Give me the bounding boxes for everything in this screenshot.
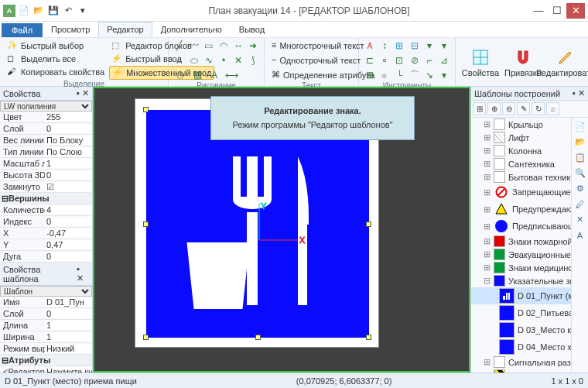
resize-handle[interactable] [366, 221, 371, 227]
template-select[interactable]: Шаблон [0, 286, 92, 297]
tree-node[interactable]: ⊞Лифт [471, 131, 571, 144]
circle-icon[interactable]: ○ [173, 54, 185, 67]
tool-icon[interactable]: ⊞ [364, 69, 375, 81]
copy-props-button[interactable]: 🖌Копировать свойства [5, 66, 107, 78]
tree-node[interactable]: ⊞Сантехника [471, 157, 571, 170]
tool-icon[interactable]: ⚙ [573, 182, 586, 195]
property-grid[interactable]: Количество4Индекс0X-0,47Y0,47Дуга0 [0, 204, 92, 263]
property-grid[interactable]: Цвет255Слой0Вес линииПо БлокуТип линииПо… [0, 112, 92, 193]
mtext-button[interactable]: ≡Многострочный текст [269, 39, 354, 52]
select-all-button[interactable]: ◻Выделить все [5, 53, 107, 65]
tree-node[interactable]: D 01_Пункт (место) [471, 287, 571, 304]
tool-icon[interactable]: 🖊 [573, 197, 586, 211]
arrow-icon[interactable]: ➜ [248, 39, 259, 52]
tree-node[interactable]: D 03_Место курения [471, 321, 571, 338]
tool-icon[interactable]: ✎ [517, 102, 530, 115]
tree-node[interactable]: ⊞Бытовая техника [471, 170, 571, 184]
tree-node[interactable]: ⊞Предупреждающие знаки [471, 201, 571, 218]
tree-node[interactable]: D 02_Питьевая вода [471, 304, 571, 321]
tree-node[interactable]: ⊞Крыльцо [471, 118, 571, 131]
tool-icon[interactable]: ⌕ [546, 102, 559, 115]
resize-handle[interactable] [143, 221, 149, 227]
polygon-icon[interactable]: ⬠ [173, 69, 187, 81]
tool-icon[interactable]: 🔍 [573, 167, 586, 180]
property-grid[interactable]: ИмяD 01_ПунСлой0Длина1Ширина1Режим вырез… [0, 297, 92, 355]
tree-node[interactable]: ⊞Эвакуационные знаки [471, 248, 571, 261]
properties-button[interactable]: Свойства [460, 39, 501, 86]
move-icon[interactable]: ↔ [233, 39, 244, 52]
tool-icon[interactable]: └ [394, 69, 405, 81]
tab-output[interactable]: Вывод [231, 22, 273, 37]
object-type-select[interactable]: LW полилиния [0, 101, 92, 112]
tool-icon[interactable]: ⊞ [473, 102, 486, 115]
canvas-area[interactable]: Y X Редактирование знака. Режим программ… [93, 87, 470, 373]
text-icon[interactable]: A [207, 69, 221, 81]
rect-icon[interactable]: ▭ [203, 39, 214, 52]
resize-handle[interactable] [143, 335, 149, 340]
new-icon[interactable]: 📄 [18, 5, 30, 17]
tool-icon[interactable]: ⊏ [364, 54, 375, 67]
tab-extra[interactable]: Дополнительно [152, 22, 231, 37]
templates-tree[interactable]: ⊞Крыльцо⊞Лифт⊞Колонна⊞Сантехника⊞Бытовая… [471, 118, 571, 373]
tool-icon[interactable]: ⚬ [378, 54, 390, 67]
dropdown-icon[interactable]: ▾ [77, 5, 89, 17]
edit-button[interactable]: Редактировать [545, 39, 586, 86]
tool-icon[interactable]: ↘ [423, 69, 435, 81]
tool-icon[interactable]: ⊡ [394, 54, 405, 67]
tool-icon[interactable]: ⌐ [423, 54, 435, 67]
hatch-icon[interactable]: ▨ [190, 69, 204, 81]
vertices-header[interactable]: ⊟ Вершины [0, 193, 92, 204]
tab-view[interactable]: Просмотр [43, 22, 98, 37]
attrs-header[interactable]: ⊟ Атрибуты [0, 355, 92, 366]
save-icon[interactable]: 💾 [47, 5, 60, 17]
tool-icon[interactable]: Ａ [364, 39, 375, 52]
tree-node[interactable]: ⊞Сигнальная разметка [471, 355, 571, 369]
quick-select-button[interactable]: ✨Быстрый выбор [5, 39, 107, 52]
panel-close-icon[interactable]: ▪ ✕ [77, 88, 89, 98]
point-icon[interactable]: • [218, 54, 230, 67]
tool-icon[interactable]: 📂 [573, 136, 586, 149]
tool-icon[interactable]: ▾ [423, 39, 435, 52]
polyline-icon[interactable]: 〰 [188, 39, 200, 52]
tool-icon[interactable]: ⟐ [378, 69, 390, 81]
tool-icon[interactable]: ▾ [439, 39, 450, 52]
tool-icon[interactable]: ▾ [439, 69, 450, 81]
tool-icon[interactable]: ⊿ [439, 54, 450, 67]
tree-node[interactable]: ⊞Знаки пожарной безопасности [471, 235, 571, 248]
tool-icon[interactable]: ⊘ [409, 54, 420, 67]
panel-close-icon[interactable]: ▪ ✕ [77, 264, 89, 283]
stext-button[interactable]: −Однострочный текст [269, 54, 354, 67]
resize-handle[interactable] [366, 335, 371, 340]
tool-icon[interactable]: ⊕ [487, 102, 501, 115]
curve-icon[interactable]: ⟆ [248, 54, 259, 67]
tool-icon[interactable]: ⊞ [394, 39, 405, 52]
tab-file[interactable]: Файл [2, 23, 43, 37]
arc-icon[interactable]: ◠ [218, 39, 230, 52]
tree-node[interactable]: ⊞Запрещающие знаки [471, 184, 571, 201]
spline-icon[interactable]: ∿ [203, 54, 214, 67]
tab-editor[interactable]: Редактор [98, 22, 152, 37]
cross-icon[interactable]: ✕ [233, 54, 244, 67]
line-icon[interactable]: ╱ [173, 39, 185, 52]
dim-icon[interactable]: ⟷ [224, 69, 238, 81]
binding-button[interactable]: Привязка [503, 39, 543, 86]
tree-node[interactable]: ⊞Наклонная желтая [471, 369, 571, 373]
close-button[interactable]: ✕ [566, 3, 585, 19]
tool-icon[interactable]: ⌒ [409, 69, 420, 81]
tool-icon[interactable]: ↕ [378, 39, 390, 52]
tool-icon[interactable]: A [573, 228, 586, 242]
tree-node[interactable]: ⊞Предписывающие знаки [471, 218, 571, 235]
panel-close-icon[interactable]: ▪ ✕ [573, 88, 585, 98]
tree-node[interactable]: ⊟Указательные знаки [471, 274, 571, 287]
tree-node[interactable]: D 04_Место хранения [471, 338, 571, 355]
tool-icon[interactable]: ⊟ [409, 39, 420, 52]
ellipse-icon[interactable]: ⬭ [188, 54, 200, 67]
sign-preview[interactable]: Y X [146, 110, 369, 338]
tool-icon[interactable]: ↻ [532, 102, 545, 115]
maximize-button[interactable]: ☐ [548, 3, 566, 19]
resize-handle[interactable] [255, 335, 261, 340]
tree-node[interactable]: ⊞Колонна [471, 144, 571, 157]
tool-icon[interactable]: 📋 [573, 151, 586, 164]
undo-icon[interactable]: ↶ [62, 5, 74, 17]
open-icon[interactable]: 📂 [32, 5, 45, 17]
